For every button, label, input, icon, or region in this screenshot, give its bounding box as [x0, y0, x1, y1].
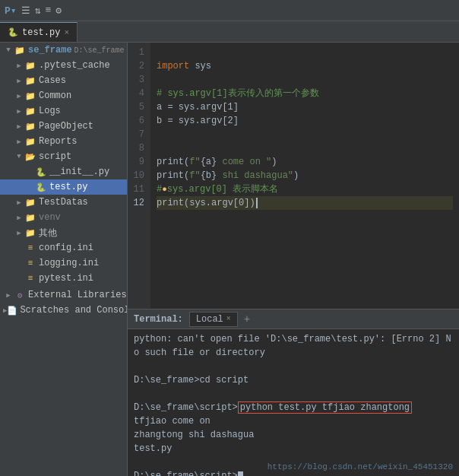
line-num-10: 10	[131, 169, 144, 182]
terminal-tab-local[interactable]: Local ×	[189, 312, 238, 327]
sidebar-item-test-py[interactable]: 🐍 test.py	[0, 179, 127, 195]
terminal-command-highlight: python test.py tfjiao zhangtong	[238, 401, 412, 414]
sidebar-init-py-label: __init__.py	[49, 167, 109, 177]
cases-folder-icon: 📁	[24, 76, 36, 86]
sidebar-pytest-ini-label: pytest.ini	[39, 273, 93, 284]
watermark: https://blog.csdn.net/weixin_45451320	[267, 462, 453, 471]
sidebar-item-other[interactable]: ▶ 📁 其他	[0, 225, 127, 240]
line-num-9: 9	[131, 155, 144, 169]
terminal-line-3: D:\se_frame>cd script	[134, 373, 453, 387]
line-num-8: 8	[131, 141, 144, 155]
ext-lib-arrow: ▶	[3, 291, 14, 300]
terminal-line-7: zhangtong shi dashagua	[134, 428, 453, 442]
code-content[interactable]: import sys # sys.argv[1]表示传入的第一个参数 a = s…	[150, 43, 459, 309]
sidebar-item-logging-ini[interactable]: ≡ logging.ini	[0, 255, 127, 271]
sidebar-script-label: script	[39, 151, 71, 162]
terminal-cursor	[238, 471, 243, 476]
code-line-9: print(f"{a} come on ")	[157, 155, 453, 169]
sidebar-item-common[interactable]: ▶ 📁 Common	[0, 88, 127, 103]
tab-bar: 🐍 test.py ×	[0, 21, 459, 43]
tab-filename: test.py	[22, 27, 60, 38]
terminal-add-tab-button[interactable]: +	[244, 313, 250, 325]
reports-folder-icon: 📁	[24, 137, 36, 147]
init-py-icon: 🐍	[35, 167, 47, 177]
terminal-tabs: Terminal: Local × +	[128, 309, 459, 329]
root-arrow: ▼	[3, 46, 14, 54]
sidebar-root-label: se_frame	[28, 45, 72, 56]
sidebar-item-pytest-cache[interactable]: ▶ 📁 .pytest_cache	[0, 58, 127, 73]
cases-arrow: ▶	[14, 77, 24, 85]
terminal-line-6: tfjiao come on	[134, 414, 453, 428]
logging-ini-icon: ≡	[24, 259, 36, 268]
py-file-icon: 🐍	[8, 27, 18, 37]
line-num-5: 5	[131, 100, 144, 114]
line-num-7: 7	[131, 128, 144, 141]
sidebar-testdatas-label: TestDatas	[39, 197, 88, 208]
tab-close-icon[interactable]: ×	[64, 28, 69, 37]
toolbar-icon-3[interactable]: ≡	[45, 5, 51, 16]
line-num-6: 6	[131, 114, 144, 128]
sidebar-other-label: 其他	[39, 227, 57, 240]
line-num-1: 1	[131, 46, 144, 59]
toolbar-icon-2[interactable]: ⇅	[35, 5, 41, 17]
terminal-content[interactable]: python: can't open file 'D:\se_frame\tes…	[128, 329, 459, 476]
terminal-line-1: python: can't open file 'D:\se_frame\tes…	[134, 332, 453, 360]
main-content: ▼ 📁 se_frame D:\se_frame ▶ 📁 .pytest_cac…	[0, 43, 459, 476]
config-ini-icon: ≡	[24, 243, 36, 252]
settings-icon[interactable]: ⚙	[55, 5, 62, 17]
sidebar-item-logs[interactable]: ▶ 📁 Logs	[0, 103, 127, 119]
sidebar-item-testdatas[interactable]: ▶ 📁 TestDatas	[0, 195, 127, 210]
sidebar-item-venv[interactable]: ▶ 📁 venv	[0, 210, 127, 225]
sidebar-item-pageobject[interactable]: ▶ 📁 PageObject	[0, 119, 127, 134]
sidebar-item-scratches[interactable]: ▶ 📄 Scratches and Consol	[0, 303, 127, 318]
sidebar-item-script[interactable]: ▼ 📂 script	[0, 149, 127, 164]
tab-test-py[interactable]: 🐍 test.py ×	[0, 22, 78, 42]
sidebar-item-config-ini[interactable]: ≡ config.ini	[0, 240, 127, 255]
sidebar-root-path: D:\se_frame	[74, 46, 125, 55]
sidebar-cases-label: Cases	[39, 75, 66, 86]
line-num-3: 3	[131, 73, 144, 87]
sidebar-item-cases[interactable]: ▶ 📁 Cases	[0, 73, 127, 88]
toolbar-icon-1[interactable]: ☰	[21, 5, 30, 17]
testdatas-folder-icon: 📁	[24, 198, 36, 208]
other-folder-icon: 📁	[24, 228, 36, 238]
venv-folder-icon: 📁	[24, 213, 36, 223]
sidebar-scratches-label: Scratches and Consol	[20, 305, 128, 316]
scratches-icon: 📄	[7, 306, 17, 316]
line-num-11: 11	[131, 182, 144, 196]
pytest-cache-arrow: ▶	[14, 62, 24, 70]
sidebar-venv-label: venv	[39, 212, 61, 223]
sidebar-item-pytest-ini[interactable]: ≡ pytest.ini	[0, 271, 127, 286]
terminal-area: Terminal: Local × + python: can't open f…	[128, 309, 459, 476]
terminal-tab-local-label: Local	[196, 314, 223, 325]
venv-arrow: ▶	[14, 214, 24, 222]
sidebar-pageobject-label: PageObject	[39, 121, 93, 132]
code-line-12: print(sys.argv[0])	[157, 196, 453, 210]
common-arrow: ▶	[14, 92, 24, 100]
code-line-8	[157, 141, 453, 155]
terminal-line-5: D:\se_frame\script>python test.py tfjiao…	[134, 401, 453, 414]
sidebar-root[interactable]: ▼ 📁 se_frame D:\se_frame	[0, 43, 127, 58]
pageobject-folder-icon: 📁	[24, 122, 36, 132]
code-editor[interactable]: 1 2 3 4 5 6 7 8 9 10 11 12 import sys # …	[128, 43, 459, 309]
code-line-4: # sys.argv[1]表示传入的第一个参数	[157, 87, 453, 100]
code-line-7	[157, 128, 453, 141]
line-num-4: 4	[131, 87, 144, 100]
terminal-tab-close-icon[interactable]: ×	[226, 315, 231, 323]
root-folder-icon: 📁	[14, 46, 26, 56]
terminal-line-4	[134, 387, 453, 401]
code-line-2: import sys	[157, 59, 453, 73]
sidebar-config-ini-label: config.ini	[39, 243, 93, 253]
terminal-line-2	[134, 360, 453, 373]
sidebar-item-external-libraries[interactable]: ▶ ⚙ External Libraries	[0, 287, 127, 303]
test-py-icon: 🐍	[35, 182, 47, 192]
toolbar: P▾ ☰ ⇅ ≡ ⚙	[0, 0, 459, 21]
sidebar-logs-label: Logs	[39, 106, 61, 116]
sidebar-common-label: Common	[39, 90, 71, 101]
other-arrow: ▶	[14, 229, 24, 237]
script-folder-icon: 📂	[24, 152, 36, 162]
sidebar-item-init-py[interactable]: 🐍 __init__.py	[0, 164, 127, 179]
sidebar-external-libraries-label: External Libraries	[28, 290, 127, 300]
sidebar-item-reports[interactable]: ▶ 📁 Reports	[0, 134, 127, 149]
pytest-cache-folder-icon: 📁	[24, 61, 36, 71]
